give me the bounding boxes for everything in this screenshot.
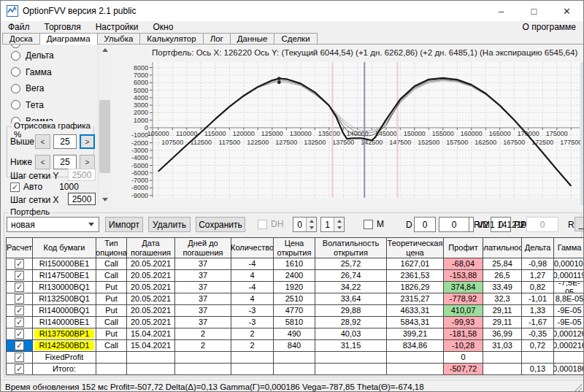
grid-step-x-input[interactable] [68,193,96,205]
dh-spinner-2[interactable]: 1 [320,217,345,232]
tab-лог[interactable]: Лог [203,33,231,44]
cell: 20.05.2021 [127,293,175,305]
resize-grip-icon[interactable] [575,384,582,391]
tab-доска[interactable]: Доска [2,33,40,44]
below-increase-button[interactable]: > [80,155,95,169]
scroll-up-icon[interactable] [99,45,111,55]
menu-item-about[interactable]: О программе [515,22,583,32]
table-row[interactable]: ✓RI147500BE1Call20.05.2021374240026,7423… [7,270,584,282]
row-checkbox-cell[interactable]: ✓ [7,258,33,270]
row-checkbox[interactable]: ✓ [15,306,24,315]
row-checkbox[interactable]: ✓ [15,259,24,269]
portfolio-select[interactable]: новая [7,217,99,232]
left-panel-scrollbar[interactable] [98,45,110,205]
spinner-buttons[interactable] [306,218,316,231]
greek-radio-0[interactable]: Дельта [11,50,54,61]
above-decrease-button[interactable]: < [35,134,50,149]
table-row[interactable]: ✓FixedProfit0 [7,352,584,364]
minimize-button[interactable]: – [485,1,518,21]
greek-radio-partial[interactable] [11,45,20,48]
column-header: Количество [231,238,274,258]
column-header: Дней до погашения [175,238,231,258]
cell: -9E-05 [554,317,584,328]
m-checkbox-row[interactable]: M [364,219,384,229]
scroll-down-icon[interactable] [99,194,111,205]
spinner-buttons[interactable] [334,218,344,231]
above-percent-input[interactable] [53,134,77,149]
radio-label: Дельта [26,50,54,61]
p2-input[interactable] [526,217,558,232]
table-row[interactable]: ✓RI142500BD1Call15.04.20212284031,15834,… [7,340,584,352]
svg-text:2000: 2000 [134,109,148,116]
security-code-cell: RI142500BD1 [33,340,96,352]
svg-text:135000: 135000 [318,130,340,137]
cell: 31,15 [315,340,387,352]
table-row[interactable]: ✓RI150000BE1Call20.05.202137-4161025,721… [7,258,584,270]
row-checkbox-cell[interactable]: ✓ [7,328,33,340]
table-row[interactable]: ✓RI140000BQ1Put20.05.202137-3477029,8846… [7,305,584,317]
row-checkbox[interactable]: ✓ [15,318,24,327]
row-checkbox[interactable]: ✓ [15,329,24,339]
row-checkbox-cell[interactable]: ✓ [7,282,33,293]
p1-input[interactable] [439,217,469,232]
menu-item-2[interactable]: Настройки [88,22,146,32]
auto-checkbox[interactable]: ✓ [10,182,20,192]
row-checkbox[interactable]: ✓ [15,271,24,280]
row-checkbox-cell[interactable]: ✓ [7,293,33,305]
row-checkbox-cell[interactable]: ✓ [7,364,33,375]
above-increase-button[interactable]: > [80,134,95,149]
svg-text:-1000: -1000 [131,131,148,139]
cell: Put [96,328,127,340]
svg-text:-7000: -7000 [131,177,148,184]
close-button[interactable]: ✕ [550,1,583,21]
row-checkbox-cell[interactable]: ✓ [7,305,33,317]
r-button[interactable]: _ [575,217,584,231]
row-checkbox-cell[interactable]: ✓ [7,340,33,352]
dh-checkbox-row[interactable]: DH [258,219,283,229]
chart-scrollbar[interactable] [580,62,584,205]
save-button[interactable]: Сохранить [196,217,245,232]
row-checkbox[interactable]: ✓ [15,294,24,304]
row-checkbox[interactable]: ✓ [15,353,24,362]
maximize-button[interactable]: □ [518,1,550,21]
row-checkbox-cell[interactable]: ✓ [7,352,33,364]
table-row[interactable]: ✓Итого:-507,720,130,000186 [7,364,584,375]
dh-checkbox[interactable] [258,220,267,229]
tab-калькулятор[interactable]: Калькулятор [139,33,203,44]
m-checkbox[interactable] [364,220,373,229]
import-button[interactable]: Импорт [105,217,143,232]
below-decrease-button[interactable]: < [35,155,50,169]
svg-text:120000: 120000 [233,130,255,137]
greek-radio-1[interactable]: Гамма [11,67,52,77]
payoff-chart[interactable]: 800070006000500040003000200010000-1000-2… [112,59,584,207]
table-row[interactable]: ✓RI140000BE1Call20.05.202137-3581028,925… [7,317,584,328]
tab-данные[interactable]: Данные [230,33,275,44]
row-checkbox-cell[interactable]: ✓ [7,270,33,282]
table-row[interactable]: ✓RI137500BP1Put15.04.20212249040,03399,2… [7,328,584,340]
tab-сделки[interactable]: Сделки [274,33,317,44]
below-percent-input[interactable] [53,155,77,169]
grid-step-y-input[interactable] [68,169,96,181]
cell: 37 [175,258,231,270]
cell: -7,5E-05 [554,282,584,293]
tab-диаграмма[interactable]: Диаграмма [39,33,98,45]
row-checkbox[interactable]: ✓ [15,283,24,292]
d-input[interactable] [414,217,436,232]
auto-checkbox-row[interactable]: ✓ Авто 1000 [10,182,79,192]
table-row[interactable]: ✓RI130000BQ1Put20.05.202137-4192034,2218… [7,282,584,293]
tab-улыбка[interactable]: Улыбка [97,33,141,44]
radio-icon [11,67,20,77]
security-code-cell: RI137500BP1 [33,328,96,340]
greek-radio-3[interactable]: Тета [11,100,44,110]
row-checkbox[interactable]: ✓ [15,364,24,374]
row-checkbox-cell[interactable]: ✓ [7,317,33,328]
dh-spinner-1[interactable]: 0 [293,217,317,232]
table-row[interactable]: ✓RI132500BQ1Put20.05.2021374251033,64231… [7,293,584,305]
scrollbar-thumb[interactable] [99,100,110,173]
delete-button[interactable]: Удалить [148,217,191,232]
row-checkbox[interactable]: ✓ [15,341,24,350]
menu-item-3[interactable]: Окно [146,22,181,32]
greek-radio-2[interactable]: Вега [11,83,44,93]
menu-item-0[interactable]: Файл [1,22,37,32]
menu-item-1[interactable]: Торговля [37,22,88,32]
